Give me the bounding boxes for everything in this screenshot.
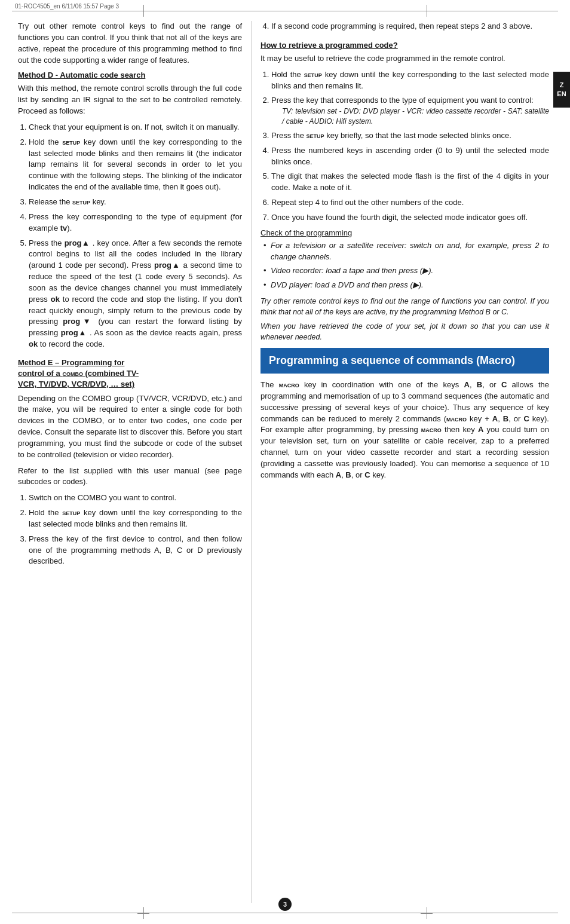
check-bullet-3: DVD player: load a DVD and then press (▶… <box>263 280 549 291</box>
method-d-intro: With this method, the remote control scr… <box>18 83 242 117</box>
prog-up-1: prog▲ <box>65 238 90 247</box>
right-col-step4-list: If a second code programming is required… <box>271 21 549 32</box>
check-bullet-1: For a television or a satellite receiver… <box>263 240 549 263</box>
setup-key-r1: setup <box>304 70 322 79</box>
setup-key-2: setup <box>72 197 90 206</box>
retrieve-step-6: Repeat step 4 to find out the other numb… <box>271 197 549 209</box>
method-d-step-3: Release the setup key. <box>29 197 242 208</box>
method-d-step-5: Press the prog▲ . key once. After a few … <box>29 238 242 350</box>
prog-down: prog▼ <box>63 317 93 326</box>
retrieve-intro: It may be useful to retrieve the code pr… <box>261 53 549 65</box>
method-d-heading: Method D - Automatic code search <box>18 71 242 79</box>
macro-heading: Programming a sequence of commands (Macr… <box>269 354 541 368</box>
method-d-step-4: Press the key corresponding to the type … <box>29 212 242 234</box>
step2-note: TV: television set - DVD: DVD player - V… <box>282 106 549 127</box>
macro-key-2: macro <box>446 414 467 423</box>
retrieve-step-5: The digit that makes the selected mode f… <box>271 171 549 194</box>
when-note: When you have retrieved the code of your… <box>261 321 549 342</box>
right-step-4: If a second code programming is required… <box>271 21 549 32</box>
key-b-3: B <box>345 470 351 479</box>
method-e-heading: Method E – Programming for control of a … <box>18 357 242 390</box>
ok-key-1: ok <box>51 295 60 304</box>
retrieve-step-3: Press the setup key briefly, so that the… <box>271 130 549 142</box>
ok-key-2: ok <box>29 339 38 348</box>
col-right: If a second code programming is required… <box>251 21 549 903</box>
key-c-1: C <box>501 380 507 389</box>
retrieve-step-7: Once you have found the fourth digit, th… <box>271 212 549 224</box>
bottom-line <box>12 913 558 913</box>
method-e-intro: Depending on the COMBO group (TV/VCR, VC… <box>18 393 242 461</box>
key-c-2: C <box>523 414 529 423</box>
file-info: 01-ROC4505_en 6/11/06 15:57 Page 3 <box>15 3 119 10</box>
prog-up-3: prog▲ <box>61 328 87 337</box>
tv-key: tv <box>60 224 68 232</box>
prog-up-2: prog▲ <box>154 261 180 270</box>
cross-bl <box>137 907 149 919</box>
method-e-steps: Switch on the COMBO you want to control.… <box>29 492 242 567</box>
setup-key-r3: setup <box>307 131 324 140</box>
try-note: Try other remote control keys to find ou… <box>261 296 549 317</box>
key-a-2: A <box>492 414 498 423</box>
method-d-step-2: Hold the setup key down until the key co… <box>29 137 242 193</box>
retrieve-heading: How to retrieve a programmed code? <box>261 41 549 50</box>
side-tab-z: Z <box>560 81 564 89</box>
method-e-ref: Refer to the list supplied with this use… <box>18 466 242 488</box>
header-info: 01-ROC4505_en 6/11/06 15:57 Page 3 <box>15 3 119 10</box>
macro-para: The macro key in coordination with one o… <box>261 380 549 481</box>
cross-br <box>421 907 433 919</box>
top-line <box>12 11 558 11</box>
retrieve-step-1: Hold the setup key down until the key co… <box>271 69 549 92</box>
page-number: 3 <box>278 898 292 911</box>
retrieve-steps: Hold the setup key down until the key co… <box>271 69 549 224</box>
key-b-1: B <box>477 380 482 389</box>
page-container: 01-ROC4505_en 6/11/06 15:57 Page 3 Z EN … <box>0 0 570 924</box>
method-e-step-2: Hold the setup key down until the key co… <box>29 507 242 530</box>
retrieve-step-2: Press the key that corresponds to the ty… <box>271 95 549 126</box>
macro-key-1: macro <box>279 380 299 389</box>
side-tab-en: EN <box>557 90 566 98</box>
key-c-3: C <box>364 470 370 479</box>
key-a-3: A <box>478 425 483 434</box>
macro-key-3: macro <box>421 425 442 434</box>
check-bullets: For a television or a satellite receiver… <box>263 240 549 291</box>
cross-tl <box>137 5 149 17</box>
check-heading: Check of the programming <box>261 228 549 237</box>
intro-paragraph: Try out other remote control keys to fin… <box>18 21 242 66</box>
setup-key-1: setup <box>62 137 80 146</box>
cross-tr <box>421 5 433 17</box>
key-a-4: A <box>336 470 341 479</box>
method-d-steps: Check that your equipment is on. If not,… <box>29 122 242 350</box>
setup-key-e2: setup <box>62 508 80 517</box>
key-b-2: B <box>503 414 508 423</box>
method-e-step-3: Press the key of the first device to con… <box>29 534 242 568</box>
col-left: Try out other remote control keys to fin… <box>18 21 251 903</box>
side-tab: Z EN <box>553 72 570 108</box>
method-d-step-1: Check that your equipment is on. If not,… <box>29 122 242 133</box>
method-e-step-1: Switch on the COMBO you want to control. <box>29 492 242 504</box>
retrieve-step-4: Press the numbered keys in ascending ord… <box>271 145 549 168</box>
macro-box: Programming a sequence of commands (Macr… <box>261 348 549 374</box>
check-bullet-2: Video recorder: load a tape and then pre… <box>263 265 549 277</box>
key-a-1: A <box>464 380 470 389</box>
main-content: Try out other remote control keys to fin… <box>18 21 549 903</box>
